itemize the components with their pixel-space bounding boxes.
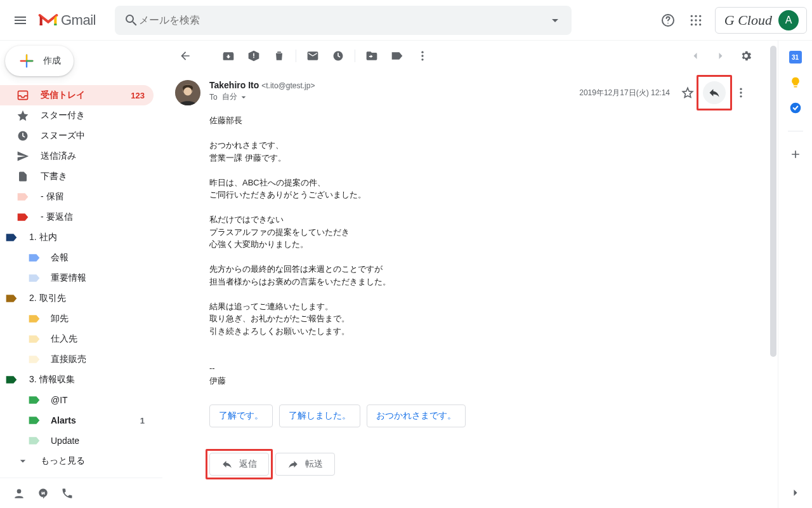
search-options-icon[interactable] xyxy=(547,13,563,28)
svg-point-19 xyxy=(421,55,423,57)
svg-point-25 xyxy=(740,91,742,93)
delete-button[interactable] xyxy=(266,43,292,69)
svg-point-4 xyxy=(690,15,692,17)
search-bar[interactable] xyxy=(115,6,572,35)
sidebar-item-internal[interactable]: ▾ 1. 社内 xyxy=(0,227,154,248)
plus-icon xyxy=(18,52,36,70)
calendar-addon[interactable]: 31 xyxy=(789,51,802,64)
labels-button[interactable] xyxy=(384,43,410,69)
sidebar-item-direct[interactable]: 直接販売 xyxy=(0,349,154,370)
phone-icon[interactable] xyxy=(61,487,74,500)
more-button[interactable] xyxy=(410,43,435,69)
reply-action-button[interactable]: 返信 xyxy=(209,453,269,476)
search-input[interactable] xyxy=(139,15,547,26)
smart-reply-2[interactable]: 了解しました。 xyxy=(279,404,360,427)
avatar: A xyxy=(778,10,799,30)
brand-label: G Cloud xyxy=(724,12,772,29)
snooze-button[interactable] xyxy=(325,43,351,69)
star-icon xyxy=(16,109,29,122)
sidebar-item-more[interactable]: もっと見る xyxy=(0,451,154,471)
inbox-icon xyxy=(16,89,29,102)
label-icon xyxy=(28,251,41,264)
sidebar-item-research[interactable]: ▾ 3. 情報収集 xyxy=(0,370,154,390)
sidebar-item-starred[interactable]: スター付き xyxy=(0,105,154,126)
tasks-addon[interactable] xyxy=(789,102,802,114)
spam-button[interactable] xyxy=(241,43,266,69)
svg-point-3 xyxy=(667,22,669,23)
archive-button[interactable] xyxy=(216,43,241,69)
support-button[interactable] xyxy=(655,8,681,33)
move-to-button[interactable] xyxy=(359,43,384,69)
gmail-icon xyxy=(38,13,58,28)
reply-icon xyxy=(221,458,233,470)
sidebar-item-wholesale[interactable]: 卸先 xyxy=(0,309,154,329)
svg-point-8 xyxy=(695,19,697,21)
compose-button[interactable]: 作成 xyxy=(5,46,74,76)
sidebar-item-partners[interactable]: ▾ 2. 取引先 xyxy=(0,288,154,309)
message-more-button[interactable] xyxy=(728,80,754,105)
svg-point-15 xyxy=(17,489,22,493)
smart-reply-1[interactable]: 了解です。 xyxy=(209,404,273,427)
contacts-icon[interactable] xyxy=(13,487,25,500)
label-icon xyxy=(5,292,18,305)
chevron-down-icon: ▾ xyxy=(0,375,1,385)
main-menu-button[interactable] xyxy=(5,5,36,36)
label-icon xyxy=(5,231,18,244)
svg-point-7 xyxy=(690,19,692,21)
star-button[interactable] xyxy=(675,80,700,105)
sidebar-item-hold[interactable]: - 保留 xyxy=(0,187,154,207)
get-addons[interactable] xyxy=(789,148,802,161)
svg-point-11 xyxy=(695,23,697,25)
chevron-down-icon xyxy=(239,92,249,102)
sidebar-item-supplier[interactable]: 仕入先 xyxy=(0,329,154,349)
message-date: 2019年12月17日(火) 12:14 xyxy=(579,88,670,98)
svg-rect-0 xyxy=(40,23,43,25)
scrollbar[interactable] xyxy=(769,41,778,508)
svg-point-18 xyxy=(421,51,423,53)
chevron-down-icon xyxy=(16,455,29,467)
settings-button[interactable] xyxy=(733,43,759,69)
keep-addon[interactable] xyxy=(789,76,802,89)
label-icon xyxy=(16,211,29,224)
mark-unread-button[interactable] xyxy=(300,43,325,69)
sender-email: <t.ito@gtest.jp> xyxy=(261,81,315,90)
sidebar-item-sent[interactable]: 送信済み xyxy=(0,146,154,166)
send-icon xyxy=(16,150,29,163)
forward-action-button[interactable]: 転送 xyxy=(275,453,335,476)
label-icon xyxy=(28,312,41,325)
sidebar-item-important-info[interactable]: 重要情報 xyxy=(0,268,154,288)
smart-reply-3[interactable]: おつかれさまです。 xyxy=(367,404,466,427)
gmail-logo[interactable]: Gmail xyxy=(38,12,96,29)
svg-point-9 xyxy=(699,19,701,21)
recipient-dropdown[interactable]: To 自分 xyxy=(209,91,570,102)
hangouts-icon[interactable] xyxy=(37,487,49,500)
svg-point-24 xyxy=(740,88,742,90)
sidebar-item-drafts[interactable]: 下書き xyxy=(0,166,154,187)
compose-label: 作成 xyxy=(43,55,61,67)
file-icon xyxy=(16,170,29,183)
sidebar-item-newsletter[interactable]: 会報 xyxy=(0,248,154,268)
back-button[interactable] xyxy=(173,43,198,69)
label-icon xyxy=(28,333,41,345)
apps-grid-button[interactable] xyxy=(683,8,709,33)
sidebar-item-snoozed[interactable]: スヌーズ中 xyxy=(0,126,154,146)
older-button[interactable] xyxy=(683,43,708,69)
sidebar-item-update[interactable]: Update xyxy=(0,431,154,451)
label-icon xyxy=(28,394,41,406)
newer-button[interactable] xyxy=(708,43,733,69)
rail-collapse[interactable] xyxy=(789,486,802,499)
sidebar-item-inbox[interactable]: 受信トレイ 123 xyxy=(0,85,154,105)
label-icon xyxy=(28,414,41,427)
sidebar-item-atit[interactable]: @IT xyxy=(0,390,154,410)
svg-point-10 xyxy=(690,23,692,25)
sidebar-item-need-reply[interactable]: - 要返信 xyxy=(0,207,154,227)
sidebar-item-alerts[interactable]: Alarts 1 xyxy=(0,410,154,431)
sender-avatar xyxy=(175,80,200,105)
chevron-down-icon: ▾ xyxy=(0,293,1,304)
separator xyxy=(296,50,296,62)
svg-point-26 xyxy=(740,95,742,97)
reply-button[interactable] xyxy=(703,81,726,104)
search-icon xyxy=(124,13,139,28)
scrollbar-thumb[interactable] xyxy=(770,46,776,357)
account-switcher[interactable]: G Cloud A xyxy=(715,7,807,34)
